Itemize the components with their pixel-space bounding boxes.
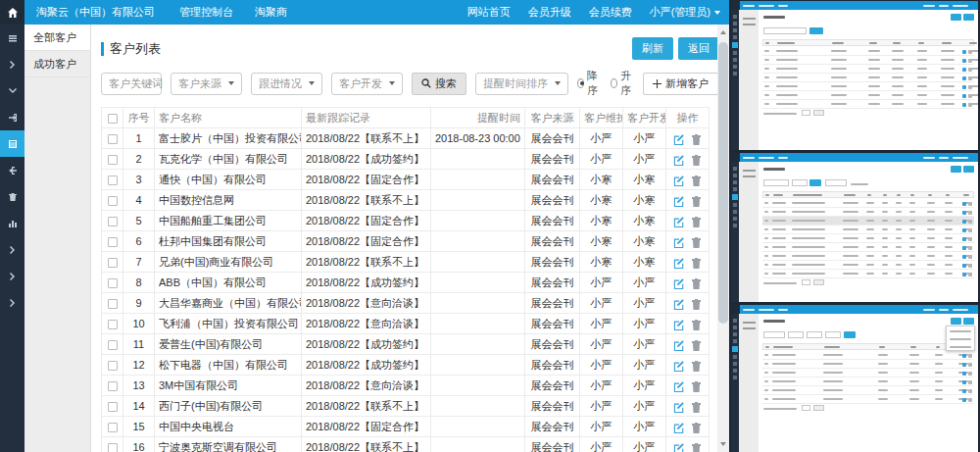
- rail-item-chevron-down[interactable]: [0, 77, 24, 104]
- nav-item-site-home[interactable]: 网站首页: [459, 5, 519, 20]
- row-checkbox[interactable]: [108, 320, 118, 329]
- edit-icon[interactable]: [673, 277, 685, 289]
- home-button[interactable]: [0, 0, 24, 25]
- edit-icon[interactable]: [673, 195, 685, 207]
- refresh-button[interactable]: 刷新: [632, 37, 673, 60]
- trash-icon[interactable]: [691, 298, 702, 310]
- edit-icon[interactable]: [673, 236, 685, 248]
- row-checkbox[interactable]: [108, 258, 118, 268]
- screenshot-preview-panel: [729, 0, 980, 452]
- row-checkbox[interactable]: [108, 381, 118, 391]
- thumb-header-cell: [765, 346, 769, 348]
- edit-icon[interactable]: [673, 339, 685, 351]
- rail-item-sign-out[interactable]: [0, 157, 24, 183]
- trash-icon[interactable]: [691, 154, 702, 166]
- row-checkbox[interactable]: [108, 402, 118, 412]
- edit-icon[interactable]: [673, 442, 685, 452]
- nav-item-member-renew[interactable]: 会员续费: [580, 5, 641, 20]
- row-checkbox[interactable]: [108, 176, 118, 185]
- thumb-cell-text: [764, 103, 769, 105]
- edit-icon[interactable]: [673, 298, 685, 310]
- trash-icon[interactable]: [691, 339, 702, 351]
- thumb-cell-text: [896, 220, 902, 222]
- vertical-scrollbar[interactable]: [717, 25, 729, 452]
- edit-icon[interactable]: [673, 422, 685, 433]
- rail-item-menu[interactable]: [0, 25, 24, 51]
- row-checkbox[interactable]: [108, 155, 118, 165]
- rail-item-chevron-right[interactable]: [0, 51, 24, 77]
- edit-icon[interactable]: [673, 133, 685, 145]
- sort-desc-radio[interactable]: 降序: [577, 69, 601, 98]
- scrollbar-thumb[interactable]: [718, 42, 728, 324]
- customer-source: 展会会刊: [525, 273, 580, 293]
- trash-icon[interactable]: [691, 257, 702, 269]
- edit-icon[interactable]: [673, 380, 685, 392]
- edit-icon[interactable]: [673, 319, 685, 330]
- preview-thumbnail-1[interactable]: [731, 1, 978, 150]
- trash-icon[interactable]: [691, 216, 702, 227]
- rail-item-chevron-right[interactable]: [0, 263, 24, 289]
- search-button[interactable]: 搜索: [412, 73, 466, 95]
- trash-icon[interactable]: [691, 133, 702, 145]
- scroll-up-arrow[interactable]: [717, 26, 729, 38]
- preview-thumbnail-2[interactable]: [731, 153, 978, 302]
- row-checkbox[interactable]: [108, 134, 118, 144]
- edit-icon[interactable]: [673, 360, 685, 372]
- edit-icon[interactable]: [673, 401, 685, 413]
- nav-item-console[interactable]: 管理控制台: [169, 5, 244, 20]
- keyword-input[interactable]: 客户关键词: [101, 73, 162, 95]
- edit-icon[interactable]: [673, 216, 685, 227]
- rail-item-bar-chart[interactable]: [0, 210, 24, 236]
- row-checkbox[interactable]: [108, 340, 118, 350]
- edit-icon[interactable]: [673, 257, 685, 269]
- thumb-cell-text: [945, 273, 953, 275]
- nav-item-taojushang[interactable]: 淘聚商: [244, 5, 298, 20]
- sort-asc-radio[interactable]: 升序: [611, 69, 634, 98]
- thumb-cell-text: [776, 85, 798, 87]
- nav-item-member-upgrade[interactable]: 会员升级: [519, 5, 580, 20]
- sidebar-item-all-customers[interactable]: 全部客户: [24, 25, 90, 51]
- followup-select[interactable]: 跟进情况: [251, 73, 322, 95]
- row-checkbox[interactable]: [108, 217, 118, 226]
- source-select[interactable]: 客户来源: [171, 73, 242, 95]
- rail-item-customer-list[interactable]: [0, 130, 24, 157]
- trash-icon[interactable]: [691, 195, 702, 207]
- thumb-body: [731, 162, 978, 302]
- row-checkbox[interactable]: [108, 361, 118, 371]
- trash-icon[interactable]: [691, 442, 702, 452]
- sort-field-select[interactable]: 提醒时间排序: [475, 73, 568, 95]
- thumb-rail-icon: [733, 28, 737, 32]
- trash-icon[interactable]: [691, 360, 702, 372]
- row-checkbox[interactable]: [108, 423, 118, 432]
- thumb-header-button: [963, 14, 974, 21]
- row-checkbox[interactable]: [108, 299, 118, 309]
- trash-icon[interactable]: [691, 422, 702, 433]
- develop-select[interactable]: 客户开发: [331, 73, 403, 95]
- column-header: 最新跟踪记录: [302, 108, 431, 128]
- scroll-down-arrow[interactable]: [717, 438, 729, 450]
- add-customer-button[interactable]: 新增客户: [643, 73, 718, 95]
- preview-thumbnail-3[interactable]: [731, 305, 978, 452]
- row-checkbox[interactable]: [108, 237, 118, 247]
- remind-time: [431, 376, 525, 396]
- user-menu[interactable]: 小严(管理员): [641, 5, 729, 20]
- row-checkbox[interactable]: [108, 278, 118, 288]
- back-button[interactable]: 返回: [678, 37, 719, 60]
- rail-item-sign-in[interactable]: [0, 104, 24, 130]
- edit-icon[interactable]: [673, 154, 685, 166]
- sidebar-item-success-customers[interactable]: 成功客户: [24, 51, 90, 77]
- rail-item-chevron-right[interactable]: [0, 236, 24, 263]
- trash-icon[interactable]: [691, 401, 702, 413]
- trash-icon[interactable]: [691, 236, 702, 248]
- select-all-checkbox[interactable]: [108, 114, 118, 124]
- edit-icon[interactable]: [673, 175, 685, 186]
- row-checkbox[interactable]: [108, 196, 118, 206]
- trash-icon[interactable]: [691, 319, 702, 330]
- thumb-cell-text: [764, 68, 769, 70]
- trash-icon[interactable]: [691, 380, 702, 392]
- trash-icon[interactable]: [691, 175, 702, 186]
- trash-icon[interactable]: [691, 277, 702, 289]
- rail-item-chevron-right[interactable]: [0, 289, 24, 316]
- rail-item-trash[interactable]: [0, 183, 24, 210]
- row-checkbox[interactable]: [108, 443, 118, 452]
